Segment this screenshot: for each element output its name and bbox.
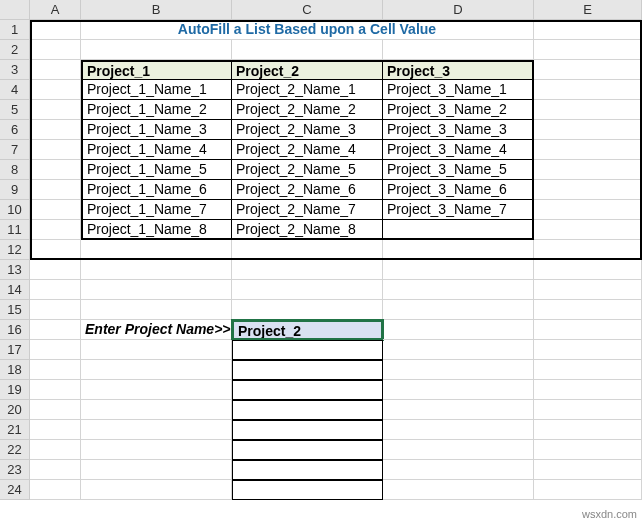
cell-E21[interactable] <box>534 420 642 440</box>
cell-D12[interactable] <box>383 240 534 260</box>
cell-D18[interactable] <box>383 360 534 380</box>
cell-E4[interactable] <box>534 80 642 100</box>
cell-E24[interactable] <box>534 480 642 500</box>
cell-E19[interactable] <box>534 380 642 400</box>
cell-A17[interactable] <box>30 340 81 360</box>
cell-A4[interactable] <box>30 80 81 100</box>
cell-E17[interactable] <box>534 340 642 360</box>
cell-D16[interactable] <box>383 320 534 340</box>
table-header-2[interactable]: Project_2 <box>232 60 383 80</box>
cell-A11[interactable] <box>30 220 81 240</box>
project-name-input-cell[interactable]: Project_2 <box>232 320 383 340</box>
table-cell[interactable]: Project_2_Name_2 <box>232 100 383 120</box>
cell-A7[interactable] <box>30 140 81 160</box>
cell-B20[interactable] <box>81 400 232 420</box>
cell-B14[interactable] <box>81 280 232 300</box>
cell-B19[interactable] <box>81 380 232 400</box>
row-header-13[interactable]: 13 <box>0 260 30 280</box>
cell-A19[interactable] <box>30 380 81 400</box>
row-header-11[interactable]: 11 <box>0 220 30 240</box>
cell-E12[interactable] <box>534 240 642 260</box>
cell-B18[interactable] <box>81 360 232 380</box>
cell-B17[interactable] <box>81 340 232 360</box>
cell-A3[interactable] <box>30 60 81 80</box>
row-header-17[interactable]: 17 <box>0 340 30 360</box>
cell-B15[interactable] <box>81 300 232 320</box>
row-header-22[interactable]: 22 <box>0 440 30 460</box>
row-header-21[interactable]: 21 <box>0 420 30 440</box>
table-cell[interactable]: Project_3_Name_3 <box>383 120 534 140</box>
col-header-C[interactable]: C <box>232 0 383 20</box>
table-cell[interactable]: Project_1_Name_6 <box>81 180 232 200</box>
cell-A16[interactable] <box>30 320 81 340</box>
output-cell[interactable] <box>232 440 383 460</box>
table-cell[interactable]: Project_2_Name_5 <box>232 160 383 180</box>
cell-E7[interactable] <box>534 140 642 160</box>
col-header-B[interactable]: B <box>81 0 232 20</box>
table-cell[interactable]: Project_3_Name_4 <box>383 140 534 160</box>
row-header-16[interactable]: 16 <box>0 320 30 340</box>
output-cell[interactable] <box>232 420 383 440</box>
cell-A5[interactable] <box>30 100 81 120</box>
row-header-5[interactable]: 5 <box>0 100 30 120</box>
select-all-corner[interactable] <box>0 0 30 20</box>
table-cell[interactable]: Project_1_Name_1 <box>81 80 232 100</box>
cell-A8[interactable] <box>30 160 81 180</box>
cell-E8[interactable] <box>534 160 642 180</box>
cell-E3[interactable] <box>534 60 642 80</box>
cell-A12[interactable] <box>30 240 81 260</box>
cell-A24[interactable] <box>30 480 81 500</box>
cell-B21[interactable] <box>81 420 232 440</box>
row-header-15[interactable]: 15 <box>0 300 30 320</box>
table-header-3[interactable]: Project_3 <box>383 60 534 80</box>
cell-D2[interactable] <box>383 40 534 60</box>
table-cell[interactable]: Project_1_Name_5 <box>81 160 232 180</box>
cell-E13[interactable] <box>534 260 642 280</box>
table-cell[interactable]: Project_3_Name_5 <box>383 160 534 180</box>
table-cell[interactable]: Project_2_Name_3 <box>232 120 383 140</box>
row-header-6[interactable]: 6 <box>0 120 30 140</box>
cell-E1[interactable] <box>534 20 642 40</box>
table-cell[interactable]: Project_1_Name_2 <box>81 100 232 120</box>
row-header-20[interactable]: 20 <box>0 400 30 420</box>
cell-E22[interactable] <box>534 440 642 460</box>
cell-B13[interactable] <box>81 260 232 280</box>
cell-D19[interactable] <box>383 380 534 400</box>
table-header-1[interactable]: Project_1 <box>81 60 232 80</box>
row-header-19[interactable]: 19 <box>0 380 30 400</box>
cell-A21[interactable] <box>30 420 81 440</box>
table-cell[interactable]: Project_2_Name_7 <box>232 200 383 220</box>
cell-B23[interactable] <box>81 460 232 480</box>
cell-E2[interactable] <box>534 40 642 60</box>
cell-E10[interactable] <box>534 200 642 220</box>
cell-A2[interactable] <box>30 40 81 60</box>
output-cell[interactable] <box>232 340 383 360</box>
output-cell[interactable] <box>232 380 383 400</box>
row-header-3[interactable]: 3 <box>0 60 30 80</box>
cell-E14[interactable] <box>534 280 642 300</box>
cell-B22[interactable] <box>81 440 232 460</box>
table-cell[interactable]: Project_2_Name_4 <box>232 140 383 160</box>
row-header-2[interactable]: 2 <box>0 40 30 60</box>
table-cell[interactable]: Project_1_Name_7 <box>81 200 232 220</box>
cell-B2[interactable] <box>81 40 232 60</box>
table-cell[interactable]: Project_3_Name_1 <box>383 80 534 100</box>
cell-C2[interactable] <box>232 40 383 60</box>
cell-A10[interactable] <box>30 200 81 220</box>
cell-C15[interactable] <box>232 300 383 320</box>
cell-D24[interactable] <box>383 480 534 500</box>
table-cell[interactable]: Project_3_Name_6 <box>383 180 534 200</box>
row-header-7[interactable]: 7 <box>0 140 30 160</box>
row-header-4[interactable]: 4 <box>0 80 30 100</box>
cell-A13[interactable] <box>30 260 81 280</box>
cell-E23[interactable] <box>534 460 642 480</box>
table-cell[interactable]: Project_2_Name_6 <box>232 180 383 200</box>
table-cell[interactable]: Project_1_Name_8 <box>81 220 232 240</box>
output-cell[interactable] <box>232 360 383 380</box>
col-header-E[interactable]: E <box>534 0 642 20</box>
cell-A18[interactable] <box>30 360 81 380</box>
cell-A14[interactable] <box>30 280 81 300</box>
cell-D15[interactable] <box>383 300 534 320</box>
cell-D21[interactable] <box>383 420 534 440</box>
cell-C14[interactable] <box>232 280 383 300</box>
